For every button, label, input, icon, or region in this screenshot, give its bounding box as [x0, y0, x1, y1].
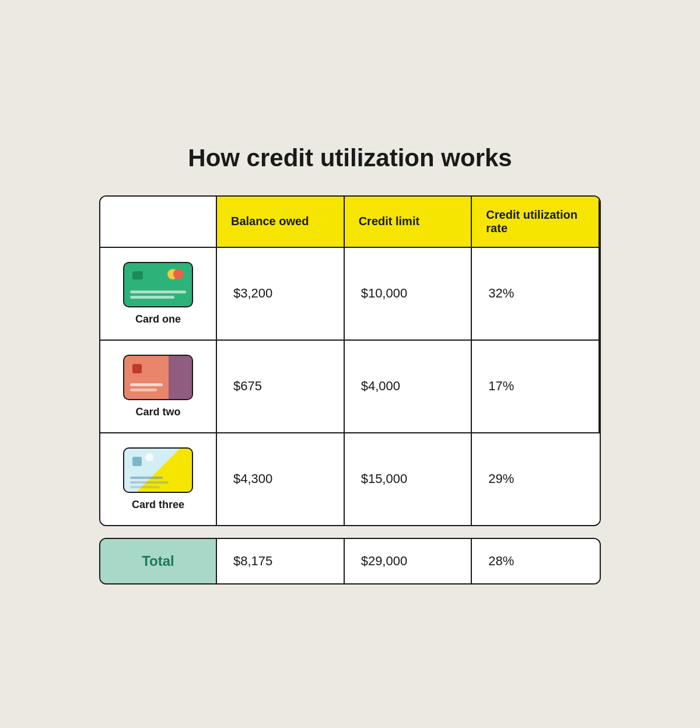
total-balance: $8,175 — [217, 539, 345, 583]
card-three-name: Card three — [132, 499, 184, 511]
card-two-rate: 17% — [472, 341, 600, 433]
card-one-name: Card one — [135, 313, 181, 326]
card-two-name: Card two — [135, 406, 180, 418]
card-one-balance: $3,200 — [217, 248, 345, 341]
card-stripe-1 — [130, 290, 186, 293]
card-two-limit: $4,000 — [345, 341, 473, 433]
total-label: Total — [142, 553, 174, 569]
mc-right-circle — [173, 269, 184, 279]
card-chip-icon — [132, 271, 143, 279]
card-three-label: Card three — [100, 433, 217, 525]
card-two-stripe-2 — [130, 388, 157, 391]
header-empty-cell — [100, 197, 217, 248]
total-grid: Total $8,175 $29,000 28% — [100, 539, 600, 583]
card-three-rate: 29% — [472, 433, 600, 525]
total-row: Total $8,175 $29,000 28% — [99, 538, 601, 584]
card-two-label: Card two — [100, 341, 217, 433]
header-utilization-rate: Credit utilization rate — [472, 197, 600, 248]
card-one-rate: 32% — [472, 248, 600, 341]
card-three-illustration — [123, 447, 193, 493]
card-three-stripe-1 — [130, 477, 163, 479]
card-one-limit: $10,000 — [345, 248, 473, 341]
card-three-balance: $4,300 — [217, 433, 345, 525]
card-two-stripe-1 — [130, 383, 163, 386]
card-three-stripe-3 — [130, 486, 160, 488]
header-balance-owed: Balance owed — [217, 197, 345, 248]
total-limit: $29,000 — [345, 539, 473, 583]
table-grid: Balance owed Credit limit Credit utiliza… — [100, 197, 600, 525]
card-stripe-2 — [130, 296, 174, 299]
page-title: How credit utilization works — [99, 144, 601, 172]
page-wrapper: How credit utilization works Balance owe… — [88, 121, 612, 608]
card-two-illustration — [123, 355, 193, 400]
card-two-band — [169, 356, 192, 399]
card-one-label: Card one — [100, 248, 217, 341]
card-three-chip-icon — [132, 457, 142, 466]
card-three-stripe-2 — [130, 481, 169, 484]
total-label-cell: Total — [100, 539, 217, 583]
header-credit-limit: Credit limit — [345, 197, 473, 248]
main-table: Balance owed Credit limit Credit utiliza… — [99, 195, 601, 526]
card-three-limit: $15,000 — [345, 433, 473, 525]
total-rate: 28% — [472, 539, 600, 583]
card-three-circle — [145, 453, 153, 461]
card-one-illustration — [123, 262, 193, 307]
card-two-balance: $675 — [217, 341, 345, 433]
card-two-chip-icon — [132, 364, 142, 373]
